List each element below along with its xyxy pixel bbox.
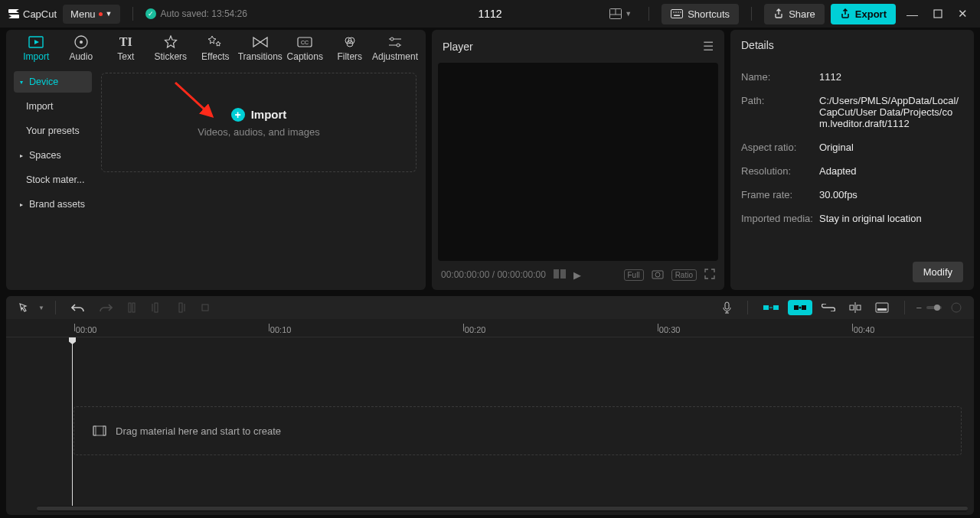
tick-label: 00:10 [270, 325, 292, 334]
sidebar-item-presets[interactable]: Your presets [14, 120, 92, 142]
audio-icon [74, 35, 88, 49]
detail-value-res: Adapted [819, 165, 963, 177]
video-icon [93, 425, 106, 436]
export-button[interactable]: Export [831, 4, 896, 24]
redo-button[interactable] [94, 299, 117, 316]
zoom-fit-button[interactable] [946, 299, 966, 316]
svg-rect-30 [560, 269, 566, 279]
play-button[interactable]: ▶ [573, 269, 581, 281]
detail-value-fps: 30.00fps [819, 189, 963, 200]
svg-rect-35 [155, 303, 158, 312]
app-logo: CapCut [8, 8, 57, 20]
chevron-down-icon[interactable]: ▼ [38, 305, 44, 311]
tab-label: Text [117, 51, 134, 62]
fullscreen-button[interactable]: Full [624, 269, 644, 281]
sidebar-item-brand[interactable]: ▸Brand assets [14, 194, 92, 215]
cover-button[interactable] [871, 299, 893, 316]
svg-rect-44 [794, 305, 799, 310]
detail-label-name: Name: [741, 71, 819, 83]
svg-rect-39 [202, 305, 208, 311]
separator [132, 7, 133, 21]
separator [55, 301, 56, 314]
detail-label-fps: Frame rate: [741, 189, 819, 200]
svg-rect-41 [763, 305, 769, 310]
timeline-scrollbar[interactable] [37, 506, 968, 512]
svg-rect-13 [934, 10, 942, 18]
playhead[interactable] [72, 337, 73, 506]
sidebar-item-spaces[interactable]: ▸Spaces [14, 145, 92, 166]
expand-button[interactable] [704, 269, 715, 282]
import-label: Import [251, 108, 287, 121]
plus-icon: + [231, 108, 245, 122]
player-viewport[interactable] [438, 63, 718, 261]
tab-label: Stickers [154, 51, 187, 62]
tab-stickers[interactable]: Stickers [149, 35, 194, 65]
tick-label: 00:30 [659, 325, 681, 334]
undo-button[interactable] [67, 299, 90, 316]
close-button[interactable]: ✕ [953, 7, 972, 21]
modify-button[interactable]: Modify [913, 262, 963, 282]
tab-adjustment[interactable]: Adjustment [372, 35, 418, 65]
delete-right-button[interactable] [171, 299, 191, 316]
compare-icon[interactable] [554, 269, 566, 281]
track-placeholder-text: Drag material here and start to create [116, 425, 281, 437]
stickers-icon [164, 35, 178, 49]
timeline-tracks[interactable]: Drag material here and start to create [6, 337, 974, 506]
svg-line-28 [175, 83, 212, 116]
mic-button[interactable] [717, 298, 737, 317]
tab-transitions[interactable]: Transitions [238, 35, 283, 65]
tab-label: Transitions [238, 51, 283, 62]
share-button[interactable]: Share [764, 4, 825, 24]
selection-tool-button[interactable] [14, 299, 34, 316]
menu-button[interactable]: Menu ▼ [63, 5, 119, 24]
ratio-button[interactable]: Ratio [671, 269, 697, 281]
zoom-slider[interactable] [926, 306, 942, 309]
autosave-indicator: ✓ Auto saved: 13:54:26 [145, 8, 247, 19]
main-track-magnet-button[interactable] [759, 300, 783, 315]
tab-audio[interactable]: Audio [59, 35, 104, 65]
tab-effects[interactable]: Effects [193, 35, 238, 65]
detail-label-path: Path: [741, 95, 819, 129]
svg-text:CC: CC [301, 40, 309, 45]
chevron-down-icon: ▼ [106, 10, 113, 18]
shortcuts-button[interactable]: Shortcuts [662, 4, 739, 24]
tab-label: Import [23, 51, 49, 62]
svg-rect-29 [554, 269, 559, 279]
link-button[interactable] [817, 301, 840, 314]
tab-filters[interactable]: Filters [328, 35, 373, 65]
preview-axis-button[interactable] [844, 299, 866, 316]
auto-snap-button[interactable] [788, 300, 812, 315]
app-name: CapCut [23, 8, 57, 20]
autosave-text: Auto saved: 13:54:26 [161, 8, 247, 19]
svg-rect-45 [802, 305, 806, 310]
separator [747, 301, 748, 314]
snapshot-button[interactable] [652, 269, 664, 282]
tab-text[interactable]: TI Text [103, 35, 149, 65]
svg-rect-50 [876, 303, 888, 312]
timeline-ruler[interactable]: |00:00 |00:10 |00:20 |00:30 |00:40 [6, 319, 974, 337]
keyboard-icon [671, 9, 683, 18]
track-dropzone[interactable]: Drag material here and start to create [74, 406, 962, 455]
delete-button[interactable] [195, 299, 215, 316]
svg-rect-33 [129, 303, 131, 312]
separator [904, 301, 905, 314]
delete-left-button[interactable] [146, 299, 166, 316]
player-panel: Player ☰ 00:00:00:00 / 00:00:00:00 ▶ Ful… [432, 30, 724, 290]
minimize-button[interactable]: — [902, 8, 923, 21]
sidebar-item-device[interactable]: ▾Device [14, 71, 92, 93]
tab-captions[interactable]: CC Captions [283, 35, 328, 65]
chevron-icon: ▾ [20, 79, 26, 86]
sidebar-item-stock[interactable]: Stock mater... [14, 169, 92, 191]
timeline-panel: ▼ − [6, 296, 974, 515]
import-dropzone[interactable]: + Import Videos, audios, and images [101, 73, 416, 172]
svg-point-10 [678, 11, 679, 13]
sidebar-item-import[interactable]: Import [14, 96, 92, 117]
export-icon [840, 8, 851, 19]
player-menu-button[interactable]: ☰ [703, 39, 714, 54]
tab-import[interactable]: Import [14, 35, 59, 65]
split-button[interactable] [122, 299, 142, 316]
maximize-button[interactable] [929, 8, 947, 21]
zoom-out-button[interactable]: − [916, 302, 922, 314]
captions-icon: CC [297, 35, 312, 49]
layout-button[interactable]: ▼ [605, 4, 636, 24]
